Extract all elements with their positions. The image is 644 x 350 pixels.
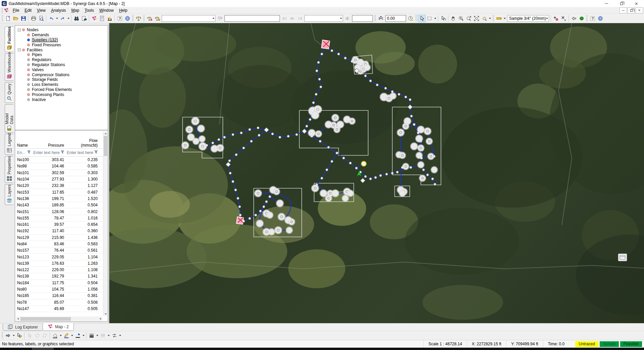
chart-button[interactable] <box>106 15 113 22</box>
help-button[interactable]: ? <box>116 15 123 22</box>
table-row[interactable]: No16139.570.654 <box>16 221 103 228</box>
tree-item-storage-fields[interactable]: Storage Fields <box>17 77 107 82</box>
balance-button[interactable] <box>135 15 142 22</box>
point-style-button[interactable] <box>74 332 82 339</box>
skip-end-button[interactable] <box>288 15 296 22</box>
table-row[interactable]: No153117.650.487 <box>16 189 103 195</box>
save-button[interactable] <box>19 15 27 22</box>
dropdown-arrow[interactable] <box>59 332 62 339</box>
mdi-close-button[interactable]: × <box>636 7 643 13</box>
fill-theme-button-dropdown[interactable] <box>488 15 492 22</box>
marquee-select-button[interactable] <box>426 15 433 22</box>
zoom-extents-button[interactable] <box>473 15 480 22</box>
announce-button[interactable] <box>344 15 351 22</box>
new-pipe-button-dropdown[interactable] <box>503 15 506 22</box>
tree-item-loss-elements[interactable]: Loss Elements <box>17 82 107 87</box>
select-tool-button[interactable] <box>418 15 426 22</box>
table-row[interactable]: No14745.690.505 <box>16 306 103 312</box>
close-button[interactable]: × <box>629 0 644 7</box>
new-button[interactable] <box>4 15 12 22</box>
edit-graphics-button[interactable] <box>15 332 23 339</box>
fill-color-button[interactable] <box>51 332 59 339</box>
sidebar-tab-layers[interactable]: Layers <box>5 184 13 205</box>
column-header-name[interactable]: Name <box>16 131 32 148</box>
dropdown-arrow[interactable] <box>12 332 15 339</box>
print-button[interactable] <box>30 15 37 22</box>
scroll-thumb[interactable] <box>104 136 107 156</box>
table-row[interactable]: No151128.060.802 <box>16 208 103 215</box>
tree-item-demands[interactable]: Demands <box>17 33 107 38</box>
solve-button[interactable] <box>146 15 153 22</box>
menu-map[interactable]: Map <box>69 7 82 13</box>
tree-item-valves[interactable]: Valves <box>17 67 107 72</box>
menu-analysis[interactable]: Analysis <box>48 7 69 13</box>
restore-button[interactable] <box>614 0 629 7</box>
table-row[interactable]: No7885.070.508 <box>16 299 103 306</box>
table-row[interactable]: No98104.460.585 <box>16 163 103 169</box>
tree-item-nodes[interactable]: −Nodes <box>17 28 107 33</box>
delete-node-button[interactable] <box>560 15 567 22</box>
marquee-select-button-dropdown[interactable] <box>433 15 437 22</box>
rotate-graphic-button[interactable] <box>33 332 41 339</box>
table-row[interactable]: No15578.471.016 <box>16 215 103 221</box>
scenario-combo[interactable] <box>304 15 343 22</box>
scroll-left-arrow[interactable] <box>16 317 20 321</box>
minimize-button[interactable] <box>599 0 614 7</box>
filter-input-2[interactable]: Enter text here <box>65 150 99 155</box>
mdi-minimize-button[interactable] <box>620 7 627 13</box>
tree-item-compressor-stations[interactable]: Compressor Stations <box>17 72 107 77</box>
tree-item-pipes[interactable]: Pipes <box>17 52 107 57</box>
sidebar-tab-properties[interactable]: Properties <box>5 156 13 183</box>
grid-horizontal-scrollbar[interactable] <box>16 316 103 321</box>
sidebar-tab-query[interactable]: Query <box>5 82 13 103</box>
scenario-field[interactable] <box>352 15 373 22</box>
redo-button[interactable] <box>59 15 66 22</box>
new-pipe-button[interactable] <box>495 15 503 22</box>
hscroll-thumb[interactable] <box>20 317 71 321</box>
dropdown-arrow[interactable] <box>70 332 74 339</box>
dropdown-arrow[interactable] <box>107 332 110 339</box>
tree-item-inactive[interactable]: Inactive <box>17 97 107 102</box>
table-row[interactable]: No143189.850.504 <box>16 202 103 208</box>
table-row[interactable]: No129215.901.436 <box>16 235 103 241</box>
menu-tools[interactable]: Tools <box>82 7 97 13</box>
line-pattern-button[interactable] <box>99 332 107 339</box>
document-tab-log-explorer[interactable]: Log Explorer <box>3 324 43 331</box>
table-row[interactable]: No192117.400.360 <box>16 228 103 234</box>
find-in-report-button[interactable] <box>80 15 88 22</box>
run-to-end-button[interactable] <box>281 15 288 22</box>
table-row[interactable]: No120232.381.127 <box>16 183 103 189</box>
menu-help[interactable]: Help <box>116 7 130 13</box>
filter-funnel-icon[interactable] <box>94 150 98 155</box>
map-canvas[interactable] <box>109 23 644 323</box>
find-button[interactable] <box>72 15 80 22</box>
time-step-button[interactable] <box>377 15 385 22</box>
tree-item-supplies-132-[interactable]: Supplies (132) <box>17 38 107 43</box>
table-row[interactable]: No123229.051.104 <box>16 254 103 260</box>
identify-tool-button[interactable]: ? <box>439 15 447 22</box>
undo-button[interactable] <box>47 15 55 22</box>
sidebar-tab-warehouse[interactable]: Warehouse <box>5 53 13 81</box>
table-row[interactable]: No104277.931.300 <box>16 176 103 183</box>
tree-item-facilities[interactable]: −Facilities <box>17 47 107 52</box>
table-row[interactable]: No184117.750.504 <box>16 280 103 286</box>
column-header-flow[interactable]: Flow(mmscfd) <box>65 131 99 148</box>
line-color-button[interactable] <box>62 332 70 339</box>
undo-button-dropdown[interactable] <box>55 15 59 22</box>
menu-file[interactable]: File <box>10 7 22 13</box>
line-width-button[interactable] <box>88 332 95 339</box>
sidebar-tab-legend[interactable]: Legend <box>5 134 13 155</box>
filter-input-1[interactable]: Enter text here <box>32 150 65 155</box>
tree-expander-icon[interactable]: − <box>18 48 21 51</box>
tree-item-regulator-stations[interactable]: Regulator Stations <box>17 62 107 67</box>
pipe-spec-combo[interactable]: Sample 3/4" (20mm) PE <box>507 15 549 22</box>
grid-vertical-scrollbar[interactable] <box>103 131 107 316</box>
table-row[interactable]: No136199.711.520 <box>16 196 103 202</box>
filter-input-0[interactable]: En... <box>16 150 32 155</box>
analysis-combo[interactable] <box>162 15 215 22</box>
column-header-pressure[interactable]: Pressure <box>32 131 65 148</box>
table-row[interactable]: No15776.440.561 <box>16 247 103 254</box>
select-graphic-button[interactable] <box>26 332 33 339</box>
tree-expander-icon[interactable]: − <box>18 29 21 32</box>
table-row[interactable]: No100303.410.235 <box>16 157 103 163</box>
